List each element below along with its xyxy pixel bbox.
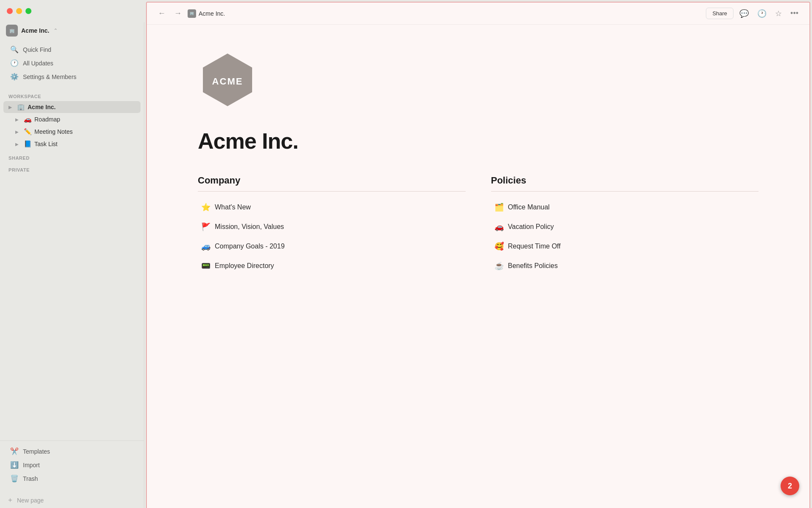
company-list: ⭐ What's New 🚩 Mission, Vision, Values 🚙… [198, 198, 466, 275]
roadmap-emoji: 🚗 [24, 116, 32, 123]
list-item-vacation-policy[interactable]: 🚗 Vacation Policy [491, 218, 759, 236]
vacation-policy-label: Vacation Policy [508, 223, 554, 231]
sidebar-item-import[interactable]: ⬇️ Import [3, 458, 140, 471]
sidebar-item-templates[interactable]: ✂️ Templates [3, 445, 140, 458]
page-grid: Company ⭐ What's New 🚩 Mission, Vision, … [198, 175, 759, 275]
templates-icon: ✂️ [10, 447, 19, 455]
pager-icon: 📟 [201, 261, 211, 271]
workspace-chevron-icon: ⌃ [53, 28, 58, 34]
all-updates-label: All Updates [23, 60, 53, 67]
acme-hex-svg: ACME [198, 50, 257, 110]
more-button[interactable]: ••• [788, 7, 801, 20]
quick-find-label: Quick Find [23, 46, 51, 53]
favorite-button[interactable]: ☆ [773, 7, 784, 20]
office-manual-label: Office Manual [508, 203, 550, 211]
plus-icon: ＋ [7, 496, 14, 505]
benefits-policies-label: Benefits Policies [508, 262, 558, 270]
workspace-header[interactable]: 🏢 Acme Inc. ⌃ [0, 22, 144, 39]
list-item-benefits-policies[interactable]: ☕ Benefits Policies [491, 257, 759, 275]
forward-button[interactable]: → [171, 7, 184, 20]
trash-label: Trash [23, 475, 38, 482]
gear-icon: ⚙️ [10, 73, 19, 81]
policies-heading: Policies [491, 175, 759, 192]
templates-label: Templates [23, 448, 50, 455]
mission-label: Mission, Vision, Values [215, 223, 284, 231]
policies-list: 🗂️ Office Manual 🚗 Vacation Policy 🥰 Req… [491, 198, 759, 275]
task-list-emoji: 📘 [24, 140, 32, 148]
request-time-off-label: Request Time Off [508, 243, 561, 250]
list-item-employee-directory[interactable]: 📟 Employee Directory [198, 257, 466, 275]
list-item-company-goals[interactable]: 🚙 Company Goals - 2019 [198, 237, 466, 255]
sidebar-item-meeting-notes[interactable]: ▶ ✏️ Meeting Notes [3, 126, 140, 138]
comment-button[interactable]: 💬 [737, 7, 751, 20]
workspace-section-label: WORKSPACE [0, 89, 144, 101]
import-icon: ⬇️ [10, 461, 19, 469]
acme-inc-label: Acme Inc. [28, 104, 56, 110]
meeting-notes-emoji: ✏️ [24, 128, 32, 135]
chevron-right-icon: ▶ [8, 105, 14, 110]
titlebar [0, 0, 144, 22]
sidebar: 🏢 Acme Inc. ⌃ 🔍 Quick Find 🕐 All Updates… [0, 0, 144, 508]
meeting-notes-label: Meeting Notes [34, 128, 73, 135]
notification-count: 2 [788, 482, 792, 491]
private-section-label: PRIVATE [0, 162, 144, 174]
company-goals-label: Company Goals - 2019 [215, 243, 285, 250]
company-heading: Company [198, 175, 466, 192]
clock-icon: 🕐 [10, 59, 19, 67]
main-content: ← → 🏢 Acme Inc. Share 💬 🕐 ☆ ••• ACME Acm… [146, 2, 810, 508]
breadcrumb-title: Acme Inc. [199, 10, 225, 17]
chevron-right-icon: ▶ [15, 130, 21, 134]
page-title: Acme Inc. [198, 128, 759, 154]
back-button[interactable]: ← [155, 7, 168, 20]
sidebar-bottom: ✂️ Templates ⬇️ Import 🗑️ Trash [0, 440, 144, 492]
import-label: Import [23, 462, 40, 468]
page-body: ACME Acme Inc. Company ⭐ What's New 🚩 Mi… [147, 25, 809, 508]
topbar-actions: Share 💬 🕐 ☆ ••• [706, 7, 801, 20]
sidebar-item-roadmap[interactable]: ▶ 🚗 Roadmap [3, 113, 140, 125]
sidebar-item-all-updates[interactable]: 🕐 All Updates [3, 56, 140, 70]
chevron-right-icon: ▶ [15, 142, 21, 147]
cabinet-icon: 🗂️ [495, 203, 504, 212]
new-page-label: New page [17, 497, 44, 504]
sidebar-item-acme-inc[interactable]: ▶ 🏢 Acme Inc. [3, 101, 140, 113]
close-button[interactable] [7, 8, 13, 14]
new-page-button[interactable]: ＋ New page [0, 492, 144, 508]
employee-directory-label: Employee Directory [215, 262, 274, 270]
car-blue-icon: 🚙 [201, 242, 211, 251]
sidebar-item-task-list[interactable]: ▶ 📘 Task List [3, 138, 140, 150]
shared-section-label: SHARED [0, 150, 144, 162]
sidebar-nav: 🔍 Quick Find 🕐 All Updates ⚙️ Settings &… [0, 39, 144, 87]
minimize-button[interactable] [16, 8, 22, 14]
history-button[interactable]: 🕐 [755, 7, 769, 20]
company-section: Company ⭐ What's New 🚩 Mission, Vision, … [198, 175, 466, 275]
sidebar-item-settings[interactable]: ⚙️ Settings & Members [3, 70, 140, 83]
chevron-right-icon: ▶ [15, 117, 21, 122]
policies-section: Policies 🗂️ Office Manual 🚗 Vacation Pol… [491, 175, 759, 275]
workspace-section: WORKSPACE ▶ 🏢 Acme Inc. ▶ 🚗 Roadmap ▶ ✏️… [0, 89, 144, 150]
list-item-office-manual[interactable]: 🗂️ Office Manual [491, 198, 759, 216]
acme-emoji: 🏢 [17, 103, 25, 111]
sidebar-item-trash[interactable]: 🗑️ Trash [3, 472, 140, 485]
list-item-whats-new[interactable]: ⭐ What's New [198, 198, 466, 216]
trash-icon: 🗑️ [10, 474, 19, 483]
sleepy-icon: 🥰 [495, 242, 504, 251]
workspace-icon: 🏢 [6, 25, 18, 37]
topbar: ← → 🏢 Acme Inc. Share 💬 🕐 ☆ ••• [147, 3, 809, 25]
maximize-button[interactable] [25, 8, 31, 14]
star-icon: ⭐ [201, 203, 211, 212]
car-red-icon: 🚗 [495, 222, 504, 231]
roadmap-label: Roadmap [34, 116, 60, 123]
list-item-request-time-off[interactable]: 🥰 Request Time Off [491, 237, 759, 255]
svg-text:ACME: ACME [212, 76, 243, 87]
flag-icon: 🚩 [201, 222, 211, 231]
page-logo: ACME [198, 50, 759, 111]
list-item-mission[interactable]: 🚩 Mission, Vision, Values [198, 218, 466, 236]
settings-label: Settings & Members [23, 73, 76, 80]
search-icon: 🔍 [10, 45, 19, 54]
workspace-name: Acme Inc. [21, 27, 49, 34]
share-button[interactable]: Share [706, 8, 733, 19]
breadcrumb: 🏢 Acme Inc. [188, 9, 225, 18]
topbar-workspace-icon: 🏢 [188, 9, 196, 18]
notification-badge[interactable]: 2 [781, 477, 799, 495]
sidebar-item-quick-find[interactable]: 🔍 Quick Find [3, 43, 140, 56]
